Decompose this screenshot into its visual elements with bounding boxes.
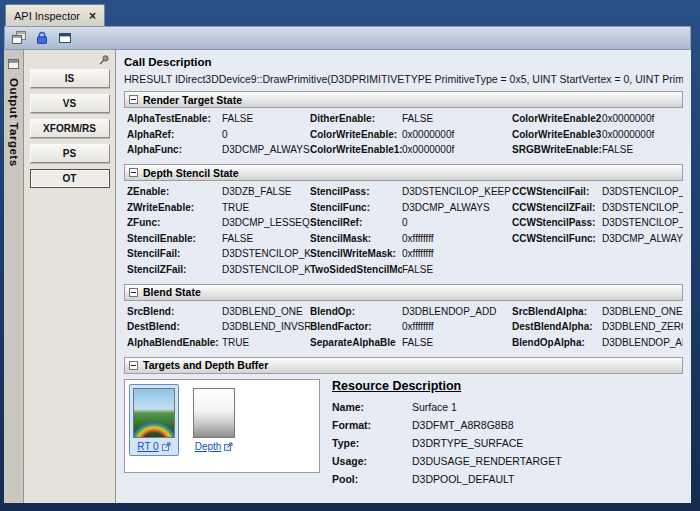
inspect-icon bbox=[224, 442, 233, 451]
thumbnails-box: RT 0Depth bbox=[124, 379, 320, 473]
collapse-icon[interactable] bbox=[129, 288, 138, 297]
state-value: FALSE bbox=[402, 337, 512, 348]
render-target-thumbnail-image bbox=[133, 388, 175, 438]
thumbnail-rt-0[interactable]: RT 0 bbox=[129, 384, 179, 456]
section-title: Depth Stencil State bbox=[143, 167, 239, 179]
dock-tab-output-targets[interactable]: Output Targets bbox=[4, 50, 24, 503]
state-value: 0xffffffff bbox=[402, 233, 512, 244]
state-value: 0x0000000f bbox=[402, 144, 512, 155]
section-title: Blend State bbox=[143, 286, 201, 298]
resource-description: Resource Description Name:Surface 1Forma… bbox=[332, 379, 683, 485]
state-grid: SrcBlend:D3DBLEND_ONEBlendOp:D3DBLENDOP_… bbox=[124, 301, 683, 351]
tab-api-inspector[interactable]: API Inspector bbox=[5, 4, 105, 26]
state-value: D3DBLEND_ZERO bbox=[602, 321, 683, 332]
state-value: 0 bbox=[222, 129, 310, 140]
state-label: StencilEnable: bbox=[127, 233, 222, 244]
state-value: D3DCMP_ALWAYS bbox=[222, 144, 310, 155]
section-title: Render Target State bbox=[143, 94, 242, 106]
sidebar-button-vs[interactable]: VS bbox=[30, 94, 110, 113]
sidebar-button-ot[interactable]: OT bbox=[30, 169, 110, 188]
state-label: AlphaBlendEnable: bbox=[127, 337, 222, 348]
collapse-icon[interactable] bbox=[129, 168, 138, 177]
thumbnail-link[interactable]: RT 0 bbox=[137, 441, 170, 452]
state-label: ColorWriteEnable2: bbox=[512, 113, 602, 124]
state-value bbox=[602, 264, 683, 275]
inspect-icon bbox=[162, 442, 171, 451]
state-label: ZFunc: bbox=[127, 217, 222, 228]
thumbnail-label-text: RT 0 bbox=[137, 441, 158, 452]
thumbnail-depth[interactable]: Depth bbox=[189, 384, 239, 456]
state-label: SRGBWriteEnable: bbox=[512, 144, 602, 155]
state-value bbox=[602, 248, 683, 259]
cascade-windows-icon[interactable] bbox=[9, 28, 29, 48]
resource-field-label: Type: bbox=[332, 437, 412, 449]
state-label: CCWStencilPass: bbox=[512, 217, 602, 228]
tab-label: API Inspector bbox=[14, 10, 80, 22]
state-label: ZWriteEnable: bbox=[127, 202, 222, 213]
state-value: D3DSTENCILOP_KEEP bbox=[222, 248, 310, 259]
collapse-icon[interactable] bbox=[129, 361, 138, 370]
state-value: D3DCMP_LESSEQUAL bbox=[222, 217, 310, 228]
state-label: DitherEnable: bbox=[310, 113, 402, 124]
sidebar-button-ps[interactable]: PS bbox=[30, 144, 110, 163]
state-value: TRUE bbox=[222, 337, 310, 348]
api-inspector-window: API Inspector Output Targets ISVSXFORM/R… bbox=[0, 0, 700, 511]
collapse-icon[interactable] bbox=[129, 95, 138, 104]
state-label: StencilWriteMask: bbox=[310, 248, 402, 259]
resource-field-value: D3DPOOL_DEFAULT bbox=[412, 473, 683, 485]
resource-field-label: Name: bbox=[332, 401, 412, 413]
grid-icon bbox=[8, 55, 19, 73]
state-sections: Render Target StateAlphaTestEnable:FALSE… bbox=[124, 91, 683, 351]
state-label: AlphaFunc: bbox=[127, 144, 222, 155]
state-label: SrcBlendAlpha: bbox=[512, 306, 602, 317]
state-label: BlendOpAlpha: bbox=[512, 337, 602, 348]
sidebar-button-is[interactable]: IS bbox=[30, 69, 110, 88]
sidebar-button-xform-rs[interactable]: XFORM/RS bbox=[30, 119, 110, 138]
targets-section: Targets and Depth Buffer RT 0Depth Resou… bbox=[124, 357, 683, 485]
call-description-title: Call Description bbox=[124, 56, 683, 68]
state-label: DestBlendAlpha: bbox=[512, 321, 602, 332]
state-label: StencilPass: bbox=[310, 186, 402, 197]
sidebar-buttons: ISVSXFORM/RSPSOT bbox=[24, 69, 115, 188]
state-label bbox=[512, 264, 602, 275]
resource-field-value: D3DRTYPE_SURFACE bbox=[412, 437, 683, 449]
resource-field-value: D3DFMT_A8R8G8B8 bbox=[412, 419, 683, 431]
state-value: 0 bbox=[402, 217, 512, 228]
state-value: D3DBLEND_ONE bbox=[602, 306, 683, 317]
window-icon[interactable] bbox=[55, 28, 75, 48]
state-label: CCWStencilFunc: bbox=[512, 233, 602, 244]
state-value: 0xffffffff bbox=[402, 321, 512, 332]
state-grid: ZEnable:D3DZB_FALSEStencilPass:D3DSTENCI… bbox=[124, 181, 683, 278]
state-label: ColorWriteEnable: bbox=[310, 129, 402, 140]
state-value: D3DBLEND_ONE bbox=[222, 306, 310, 317]
dock-label: Output Targets bbox=[8, 78, 20, 167]
section-header: Depth Stencil State bbox=[124, 164, 683, 181]
state-value: FALSE bbox=[402, 264, 512, 275]
stage-sidebar: ISVSXFORM/RSPSOT bbox=[24, 50, 116, 503]
lock-icon[interactable] bbox=[32, 28, 52, 48]
state-value: D3DSTENCILOP_KEEP bbox=[602, 217, 683, 228]
section-blend-state: Blend StateSrcBlend:D3DBLEND_ONEBlendOp:… bbox=[124, 284, 683, 351]
main-panel: Call Description HRESULT IDirect3DDevice… bbox=[116, 50, 691, 503]
state-label: ColorWriteEnable3: bbox=[512, 129, 602, 140]
state-label: StencilZFail: bbox=[127, 264, 222, 275]
state-label bbox=[512, 248, 602, 259]
state-label: TwoSidedStencilMo bbox=[310, 264, 402, 275]
state-value: FALSE bbox=[222, 233, 310, 244]
state-value: D3DCMP_ALWAYS bbox=[602, 233, 683, 244]
state-value: 0x0000000f bbox=[602, 129, 683, 140]
state-value: 0x0000000f bbox=[602, 113, 683, 124]
state-label: StencilRef: bbox=[310, 217, 402, 228]
section-depth-stencil-state: Depth Stencil StateZEnable:D3DZB_FALSESt… bbox=[124, 164, 683, 278]
state-label: StencilFail: bbox=[127, 248, 222, 259]
state-label: AlphaRef: bbox=[127, 129, 222, 140]
state-value: D3DZB_FALSE bbox=[222, 186, 310, 197]
toolbar bbox=[4, 26, 691, 50]
targets-body: RT 0Depth Resource Description Name:Surf… bbox=[124, 379, 683, 485]
pin-icon[interactable] bbox=[98, 54, 110, 66]
state-label: DestBlend: bbox=[127, 321, 222, 332]
close-icon[interactable] bbox=[89, 10, 96, 22]
state-label: SeparateAlphaBle bbox=[310, 337, 402, 348]
resource-field-label: Usage: bbox=[332, 455, 412, 467]
thumbnail-link[interactable]: Depth bbox=[195, 441, 234, 452]
